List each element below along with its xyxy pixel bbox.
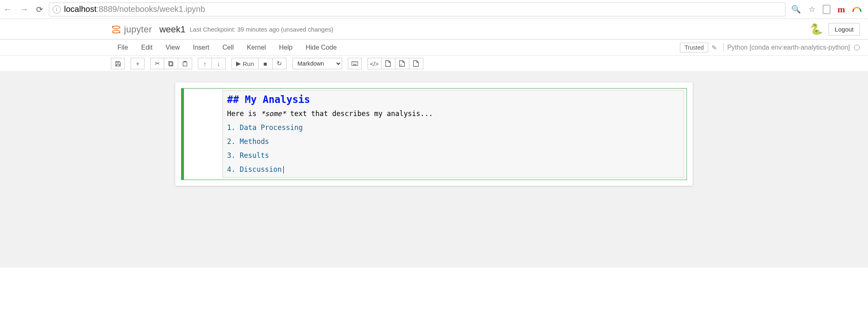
code-icon: </> xyxy=(370,60,379,67)
move-up-button[interactable]: ↑ xyxy=(198,58,212,69)
star-icon[interactable]: ☆ xyxy=(808,5,815,14)
url-path: :8889/notebooks/week1.ipynb xyxy=(96,5,205,14)
separator xyxy=(723,43,724,52)
paste-button[interactable] xyxy=(178,58,192,69)
plus-icon: ＋ xyxy=(135,60,141,68)
cursor-icon xyxy=(283,166,284,173)
svg-point-1 xyxy=(113,30,120,33)
svg-point-4 xyxy=(113,32,113,33)
cell-type-select[interactable]: Markdown xyxy=(292,58,342,69)
menu-help[interactable]: Help xyxy=(273,44,299,51)
python-icon: 🐍 xyxy=(810,23,823,36)
keyboard-icon xyxy=(351,61,358,66)
run-button[interactable]: ▶ Run xyxy=(232,58,259,69)
menu-insert[interactable]: Insert xyxy=(186,44,216,51)
md-text-emph: *some* xyxy=(261,109,286,118)
jupyter-logo-text: jupyter xyxy=(124,24,152,35)
download-pdf-button[interactable]: A xyxy=(395,58,409,69)
toolbar: ＋ ✂ ↑ ↓ ▶ Run ■ ↻ Markdown </> A xyxy=(0,56,868,72)
arrow-up-icon: ↑ xyxy=(203,60,207,67)
add-cell-button[interactable]: ＋ xyxy=(131,58,145,69)
svg-point-12 xyxy=(353,62,354,63)
markdown-list-item: 4. Discussion xyxy=(227,165,680,173)
checkpoint-status: Last Checkpoint: 39 minutes ago xyxy=(190,26,279,33)
menu-cell[interactable]: Cell xyxy=(216,44,241,51)
extension-rainbow-icon[interactable] xyxy=(852,7,861,12)
download-html-button[interactable] xyxy=(381,58,395,69)
jupyter-logo-icon xyxy=(111,24,122,35)
browser-nav: ← → ⟳ xyxy=(3,4,43,15)
copy-icon xyxy=(168,61,174,67)
stop-button[interactable]: ■ xyxy=(259,58,273,69)
svg-point-2 xyxy=(112,25,113,27)
svg-point-14 xyxy=(355,62,356,63)
menu-bar: File Edit View Insert Cell Kernel Help H… xyxy=(0,39,868,56)
run-icon: ▶ xyxy=(236,60,241,67)
svg-point-0 xyxy=(113,26,120,29)
page-icon[interactable] xyxy=(823,5,830,14)
menu-view[interactable]: View xyxy=(159,44,186,51)
svg-text:A: A xyxy=(400,64,402,66)
restart-button[interactable]: ↻ xyxy=(273,58,287,69)
svg-rect-8 xyxy=(184,61,186,62)
trusted-indicator[interactable]: Trusted xyxy=(680,43,708,52)
forward-icon: → xyxy=(20,4,29,15)
markdown-text-line: Here is *some* text that describes my an… xyxy=(227,109,680,118)
markdown-list-item: 1. Data Processing xyxy=(227,123,680,132)
paste-icon xyxy=(182,61,188,67)
logout-button[interactable]: Logout xyxy=(829,23,860,36)
svg-point-3 xyxy=(119,32,120,33)
svg-point-11 xyxy=(352,62,353,63)
md-text-before: Here is xyxy=(227,109,261,118)
code-toggle-button[interactable]: </> xyxy=(367,58,381,69)
jupyter-logo[interactable]: jupyter xyxy=(111,24,152,35)
file-pdf-icon: A xyxy=(399,60,405,67)
svg-point-15 xyxy=(356,62,357,63)
reload-icon[interactable]: ⟳ xyxy=(36,5,43,14)
notebook-name[interactable]: week1 xyxy=(159,24,186,35)
download-notebook-button[interactable] xyxy=(409,58,423,69)
url-bar[interactable]: i localhost:8889/notebooks/week1.ipynb xyxy=(49,2,785,16)
command-palette-button[interactable] xyxy=(348,58,362,69)
restart-icon: ↻ xyxy=(277,60,282,67)
save-button[interactable] xyxy=(111,58,125,69)
md-list-last-text: 4. Discussion xyxy=(227,165,282,173)
menu-edit[interactable]: Edit xyxy=(135,44,159,51)
notebook-header: jupyter week1 Last Checkpoint: 39 minute… xyxy=(0,19,868,39)
cell-prompt xyxy=(184,89,223,180)
move-down-button[interactable]: ↓ xyxy=(212,58,226,69)
md-text-after: text that describes my analysis... xyxy=(286,109,433,118)
pencil-icon[interactable]: ✎ xyxy=(712,44,717,52)
notebook-area: ## My Analysis Here is *some* text that … xyxy=(0,72,868,268)
cut-button[interactable]: ✂ xyxy=(150,58,164,69)
back-icon: ← xyxy=(3,4,12,15)
markdown-cell[interactable]: ## My Analysis Here is *some* text that … xyxy=(181,88,687,180)
svg-rect-7 xyxy=(183,62,187,66)
zoom-icon[interactable]: 🔍 xyxy=(791,5,801,14)
menu-hidecode[interactable]: Hide Code xyxy=(299,44,343,51)
menu-file[interactable]: File xyxy=(111,44,135,51)
svg-point-13 xyxy=(354,62,355,63)
cell-editor[interactable]: ## My Analysis Here is *some* text that … xyxy=(223,90,684,178)
kernel-name[interactable]: Python [conda env:earth-analytics-python… xyxy=(727,44,850,51)
copy-button[interactable] xyxy=(164,58,178,69)
url-host: localhost xyxy=(64,5,96,14)
run-label: Run xyxy=(243,60,254,67)
svg-rect-9 xyxy=(351,62,358,66)
scissors-icon: ✂ xyxy=(155,60,160,67)
browser-toolbar: ← → ⟳ i localhost:8889/notebooks/week1.i… xyxy=(0,0,868,19)
svg-rect-10 xyxy=(353,64,356,65)
info-icon: i xyxy=(53,5,61,14)
stop-icon: ■ xyxy=(264,60,267,67)
arrow-down-icon: ↓ xyxy=(217,60,220,67)
menu-kernel[interactable]: Kernel xyxy=(240,44,272,51)
markdown-list-item: 2. Methods xyxy=(227,137,680,146)
unsaved-status: (unsaved changes) xyxy=(281,26,333,33)
save-icon xyxy=(115,61,121,67)
file-icon xyxy=(385,60,391,67)
markdown-heading: ## My Analysis xyxy=(227,94,680,105)
extension-m-icon[interactable]: m xyxy=(838,4,845,15)
file-blank-icon xyxy=(413,60,419,67)
browser-actions: 🔍 ☆ m xyxy=(791,4,861,15)
notebook: ## My Analysis Here is *some* text that … xyxy=(175,82,693,186)
